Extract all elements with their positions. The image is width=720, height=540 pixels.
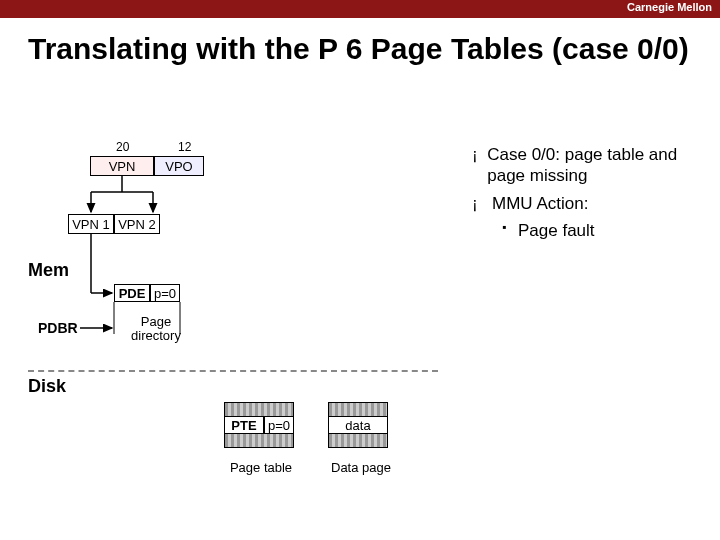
pde-box: PDE — [114, 284, 150, 302]
bullet-2: ¡ MMU Action: — [472, 193, 712, 214]
pt-top — [224, 402, 294, 416]
vpn1-box: VPN 1 — [68, 214, 114, 234]
vpn-bits: 20 — [116, 140, 129, 154]
pt-bot — [224, 434, 294, 448]
bullet-list: ¡ Case 0/0: page table and page missing … — [472, 144, 712, 241]
mem-label: Mem — [28, 260, 69, 281]
vpo-box: VPO — [154, 156, 204, 176]
vpn2-box: VPN 2 — [114, 214, 160, 234]
mem-disk-divider — [28, 370, 438, 372]
bullet-mark: ¡ — [472, 193, 492, 214]
square-mark: ▪ — [502, 220, 518, 241]
vpn-box: VPN — [90, 156, 154, 176]
bullet-1: ¡ Case 0/0: page table and page missing — [472, 144, 712, 187]
sub-bullet-1: ▪ Page fault — [502, 220, 712, 241]
dp-bot — [328, 434, 388, 448]
bullet-mark: ¡ — [472, 144, 487, 187]
bullet-2-text: MMU Action: — [492, 193, 588, 214]
diagram-area: 20 12 VPN VPO VPN 1 VPN 2 Mem PDE p=0 PD… — [28, 140, 468, 530]
pde-p-box: p=0 — [150, 284, 180, 302]
dp-top — [328, 402, 388, 416]
bullet-1-text: Case 0/0: page table and page missing — [487, 144, 712, 187]
topbar: Carnegie Mellon — [0, 0, 720, 18]
vpo-bits: 12 — [178, 140, 191, 154]
disk-label: Disk — [28, 376, 66, 397]
sub-bullet-1-text: Page fault — [518, 220, 595, 241]
brand-text: Carnegie Mellon — [627, 1, 712, 13]
pte-p-box: p=0 — [264, 416, 294, 434]
pdbr-label: PDBR — [38, 320, 78, 336]
pagedir-label: Page directory — [118, 315, 194, 344]
page-title: Translating with the P 6 Page Tables (ca… — [28, 32, 700, 65]
datapage-label: Data page — [326, 460, 396, 475]
pte-box: PTE — [224, 416, 264, 434]
pagetable-label: Page table — [226, 460, 296, 475]
data-box: data — [328, 416, 388, 434]
